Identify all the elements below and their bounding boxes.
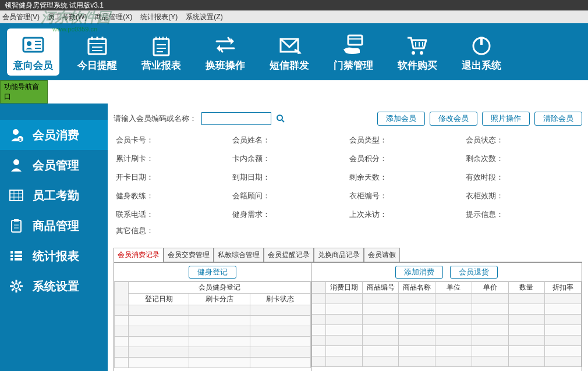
- clipboard-icon: [8, 217, 24, 234]
- toolbar-label: 营业报表: [141, 59, 181, 72]
- toolbar-label: 软件购买: [398, 59, 437, 72]
- table-row[interactable]: [312, 315, 582, 325]
- person-icon: [8, 157, 24, 173]
- svg-point-36: [13, 159, 19, 165]
- menu-staff[interactable]: 员工考勤(W): [48, 12, 87, 22]
- list-icon: [8, 248, 24, 264]
- menu-product[interactable]: 商品管理(X): [95, 12, 132, 22]
- col-header: 登记日期: [129, 294, 189, 305]
- consume-table[interactable]: 消费日期商品编号商品名称单位单价数量折扣率: [311, 281, 582, 371]
- consume-pane: 添加消费 会员退货 消费日期商品编号商品名称单位单价数量折扣率: [311, 262, 582, 371]
- id-card-icon: [20, 32, 47, 58]
- add-consume-button[interactable]: 添加消费: [395, 266, 443, 279]
- menu-report[interactable]: 统计报表(Y): [140, 12, 178, 22]
- svg-rect-24: [348, 35, 362, 45]
- edit-member-button[interactable]: 修改会员: [430, 112, 477, 126]
- sidebar-item-member[interactable]: 会员管理: [0, 150, 108, 180]
- toolbar-buy[interactable]: 软件购买: [391, 28, 444, 76]
- col-header: 商品编号: [362, 282, 399, 294]
- col-header: 刷卡状态: [250, 294, 310, 305]
- table-row[interactable]: [115, 358, 311, 368]
- col-header: 单位: [435, 282, 472, 294]
- sidebar-item-label: 会员管理: [33, 158, 79, 173]
- photo-button[interactable]: 照片操作: [482, 112, 530, 126]
- checkin-pane: 健身登记 会员健身登记 登记日期刷卡分店刷卡状态: [114, 262, 311, 371]
- envelope-icon: [276, 32, 303, 58]
- table-row[interactable]: [115, 337, 311, 347]
- card-hand-icon: [340, 32, 367, 58]
- power-icon: [468, 32, 495, 58]
- svg-rect-42: [12, 220, 21, 232]
- calendar-icon: [84, 32, 111, 58]
- subtab-1[interactable]: 会员交费管理: [164, 248, 214, 262]
- toolbar-sales[interactable]: 营业报表: [135, 28, 187, 76]
- table-row[interactable]: [312, 294, 582, 304]
- col-header: 单价: [472, 282, 508, 294]
- sidebar-item-goods[interactable]: 商品管理: [0, 211, 108, 241]
- svg-text:$: $: [19, 137, 22, 142]
- checkin-table[interactable]: 会员健身登记 登记日期刷卡分店刷卡状态: [114, 281, 311, 371]
- svg-point-63: [277, 115, 282, 120]
- table-row[interactable]: [115, 347, 311, 358]
- toolbar-shift[interactable]: 换班操作: [199, 28, 252, 76]
- notepad-icon: [148, 32, 175, 58]
- table-row[interactable]: [115, 316, 311, 326]
- svg-marker-20: [231, 38, 234, 45]
- table-row[interactable]: [115, 326, 311, 337]
- svg-marker-21: [217, 45, 220, 52]
- nav-window-handle[interactable]: 功能导航窗口: [0, 80, 48, 104]
- person-dollar-icon: $: [8, 127, 24, 143]
- toolbar-access[interactable]: 门禁管理: [327, 28, 380, 76]
- detail-field: 会员卡号：: [116, 135, 232, 145]
- toolbar-sms[interactable]: 短信群发: [263, 28, 316, 76]
- sidebar-item-label: 系统设置: [33, 279, 79, 294]
- sidebar-item-consume[interactable]: $会员消费: [0, 120, 108, 150]
- toolbar-label: 门禁管理: [334, 59, 373, 72]
- search-label: 请输入会员编码或名称：: [114, 113, 197, 124]
- table-row[interactable]: [312, 356, 582, 367]
- checkin-button[interactable]: 健身登记: [189, 266, 236, 279]
- swap-icon: [212, 32, 239, 58]
- table-row[interactable]: [312, 346, 582, 356]
- sidebar-item-attend[interactable]: 员工考勤: [0, 180, 108, 211]
- sidebar-item-stats[interactable]: 统计报表: [0, 241, 108, 271]
- toolbar-intent[interactable]: 意向会员: [7, 28, 59, 76]
- subtab-4[interactable]: 兑换商品记录: [314, 248, 364, 262]
- search-icon[interactable]: [276, 114, 285, 123]
- menu-member[interactable]: 会员管理(V): [2, 12, 40, 22]
- sidebar-item-label: 员工考勤: [33, 188, 79, 204]
- search-input[interactable]: [201, 112, 271, 125]
- sidebar-item-settings[interactable]: 系统设置: [0, 271, 108, 301]
- toolbar-exit[interactable]: 退出系统: [455, 28, 508, 76]
- subtab-5[interactable]: 会员请假: [364, 248, 400, 262]
- toolbar-label: 今日提醒: [77, 59, 117, 72]
- table-row[interactable]: [312, 304, 582, 315]
- detail-field: 开卡日期：: [116, 172, 232, 183]
- svg-rect-49: [15, 251, 22, 254]
- toolbar-today[interactable]: 今日提醒: [71, 28, 123, 76]
- detail-field: 剩余天数：: [349, 172, 466, 183]
- sub-tabs: 会员消费记录会员交费管理私教综合管理会员提醒记录兑换商品记录会员请假: [114, 248, 582, 262]
- subtab-2[interactable]: 私教综合管理: [214, 248, 264, 262]
- subtab-0[interactable]: 会员消费记录: [114, 248, 164, 262]
- menu-setting[interactable]: 系统设置(Z): [186, 12, 222, 22]
- clear-member-button[interactable]: 清除会员: [534, 112, 582, 126]
- detail-field: 会员姓名：: [232, 135, 349, 145]
- detail-field: 衣柜效期：: [466, 191, 582, 201]
- svg-rect-47: [10, 255, 13, 257]
- table-row[interactable]: [312, 325, 582, 336]
- table-row[interactable]: [115, 305, 311, 316]
- svg-rect-12: [154, 39, 169, 55]
- svg-rect-46: [10, 251, 13, 254]
- table-row[interactable]: [312, 336, 582, 346]
- subtab-3[interactable]: 会员提醒记录: [264, 248, 314, 262]
- detail-field: 会员积分：: [349, 154, 466, 164]
- grid-icon: [8, 187, 24, 204]
- detail-field: 健身需求：: [232, 209, 349, 220]
- detail-field: 会员类型：: [349, 135, 466, 145]
- svg-point-1: [27, 41, 31, 46]
- add-member-button[interactable]: 添加会员: [377, 112, 425, 126]
- svg-rect-37: [10, 190, 23, 201]
- refund-button[interactable]: 会员退货: [450, 266, 498, 279]
- svg-rect-43: [14, 219, 19, 222]
